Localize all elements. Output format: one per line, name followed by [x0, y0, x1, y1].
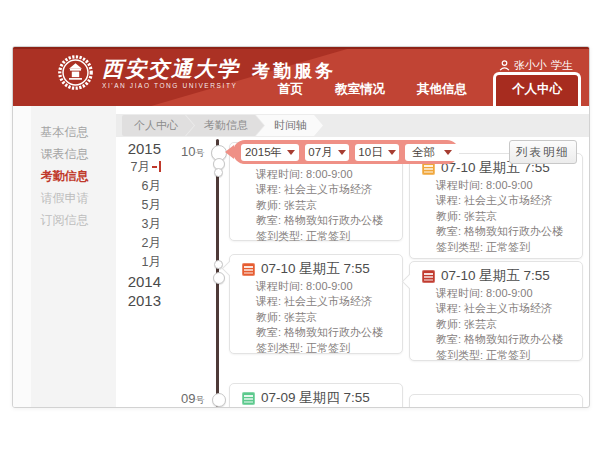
timeline-year-label[interactable]: 2014 — [73, 272, 161, 291]
main-nav: 首页教室情况其他信息个人中心 — [262, 72, 581, 106]
app-window: 西安交通大学 XI'AN JIAO TONG UNIVERSITY 考勤服务 张… — [12, 46, 590, 408]
card-field-课程时间: 课程时间: 8:00-9:00 — [242, 279, 392, 294]
card-field-课程: 课程: 社会主义市场经济 — [242, 182, 392, 197]
card-field-教师: 教师: 张芸京 — [422, 209, 572, 224]
nav-item-link[interactable]: 其他信息 — [401, 81, 483, 106]
timeline-node[interactable] — [212, 393, 226, 407]
timeline-day-label: 09号 — [181, 391, 204, 407]
nav-item-active[interactable]: 个人中心 — [493, 72, 581, 106]
month-dropdown[interactable]: 07月 — [305, 144, 349, 161]
day-dropdown-value: 10日 — [358, 145, 382, 160]
list-detail-button[interactable]: 列表明细 — [509, 140, 577, 164]
filter-bubble: 2015年 07月 10日 全部 — [233, 140, 459, 164]
card-field-课程: 课程: 社会主义市场经济 — [242, 294, 392, 309]
breadcrumb-item[interactable]: 个人中心 — [122, 115, 194, 136]
card-field-课程时间: 课程时间: 8:00-9:00 — [242, 167, 392, 182]
card-field-课程: 课程: 社会主义市场经济 — [422, 301, 572, 316]
signin-stamp-icon — [422, 270, 435, 283]
timeline-month-label[interactable]: 3月 — [73, 215, 161, 234]
university-logo-icon — [57, 54, 94, 91]
app-header: 西安交通大学 XI'AN JIAO TONG UNIVERSITY 考勤服务 张… — [13, 47, 589, 106]
year-dropdown[interactable]: 2015年 — [241, 144, 299, 161]
card-field-教师: 教师: 张芸京 — [242, 310, 392, 325]
timeline-day-label: 10号 — [181, 144, 204, 160]
breadcrumb: 个人中心考勤信息时间轴 — [116, 114, 589, 137]
chevron-down-icon — [338, 150, 346, 155]
card-field-教师: 教师: 张芸京 — [422, 317, 572, 332]
type-dropdown-value: 全部 — [412, 145, 435, 160]
card-field-签到类型: 签到类型: 正常签到 — [422, 348, 572, 363]
card-field-签到类型: 签到类型: 正常签到 — [242, 229, 392, 244]
attendance-card: 07-09 星期四 7:55 — [229, 383, 403, 408]
screenshot-canvas: { "header": { "university": { "name_cn":… — [0, 0, 600, 450]
attendance-card: 07-10 星期五 7:55课程时间: 8:00-9:00课程: 社会主义市场经… — [409, 261, 583, 361]
card-field-教师: 教师: 张芸京 — [242, 198, 392, 213]
month-dropdown-value: 07月 — [308, 145, 332, 160]
current-month-marker-icon — [152, 161, 161, 172]
nav-item-link[interactable]: 首页 — [262, 81, 319, 106]
card-field-签到类型: 签到类型: 正常签到 — [242, 341, 392, 356]
timeline-month-label[interactable]: 6月 — [73, 177, 161, 196]
card-date: 07-09 星期四 7:55 — [261, 389, 370, 407]
timeline-node[interactable] — [213, 272, 225, 284]
card-field-教室: 教室: 格物致知行政办公楼 — [242, 325, 392, 340]
timeline-node[interactable] — [214, 168, 223, 177]
card-field-教室: 教室: 格物致知行政办公楼 — [422, 224, 572, 239]
breadcrumb-item[interactable]: 时间轴 — [256, 115, 323, 136]
nav-item-link[interactable]: 教室情况 — [319, 81, 401, 106]
signin-stamp-icon — [242, 263, 255, 276]
timeline-month-label[interactable]: 5月 — [73, 196, 161, 215]
user-info[interactable]: 张小小 学生 — [499, 58, 573, 73]
year-dropdown-value: 2015年 — [245, 145, 282, 160]
chevron-down-icon — [444, 150, 452, 155]
timeline-year-label[interactable]: 2015 — [73, 139, 161, 158]
university-name-cn: 西安交通大学 — [102, 57, 240, 81]
card-field-课程时间: 课程时间: 8:00-9:00 — [422, 178, 572, 193]
person-icon — [499, 60, 510, 71]
type-dropdown[interactable]: 全部 — [405, 144, 459, 161]
attendance-card — [409, 394, 583, 408]
user-name: 张小小 — [514, 58, 547, 73]
timeline-month-label[interactable]: 7月 — [73, 158, 161, 177]
card-field-教室: 教室: 格物致知行政办公楼 — [422, 332, 572, 347]
card-field-教室: 教室: 格物致知行政办公楼 — [242, 213, 392, 228]
attendance-card: 07-10 星期五 7:55课程时间: 8:00-9:00课程: 社会主义市场经… — [229, 254, 403, 354]
signin-stamp-icon — [242, 392, 255, 405]
card-date: 07-10 星期五 7:55 — [441, 267, 550, 285]
timeline-month-label[interactable]: 2月 — [73, 234, 161, 253]
card-field-签到类型: 签到类型: 正常签到 — [422, 240, 572, 255]
user-role: 学生 — [551, 58, 573, 73]
card-field-课程时间: 课程时间: 8:00-9:00 — [422, 286, 572, 301]
attendance-card: 07-10 星期五 7:55课程时间: 8:00-9:00课程: 社会主义市场经… — [409, 153, 583, 259]
timeline-year-label[interactable]: 2013 — [73, 291, 161, 310]
university-name-en: XI'AN JIAO TONG UNIVERSITY — [102, 82, 240, 89]
card-field-课程: 课程: 社会主义市场经济 — [422, 193, 572, 208]
chevron-down-icon — [388, 150, 396, 155]
chevron-down-icon — [287, 150, 295, 155]
breadcrumb-item[interactable]: 考勤信息 — [186, 115, 264, 136]
timeline-month-label[interactable]: 1月 — [73, 253, 161, 272]
timeline-scale: 20157月6月5月3月2月1月20142013 — [73, 139, 161, 310]
day-dropdown[interactable]: 10日 — [355, 144, 399, 161]
card-date: 07-10 星期五 7:55 — [261, 260, 370, 278]
